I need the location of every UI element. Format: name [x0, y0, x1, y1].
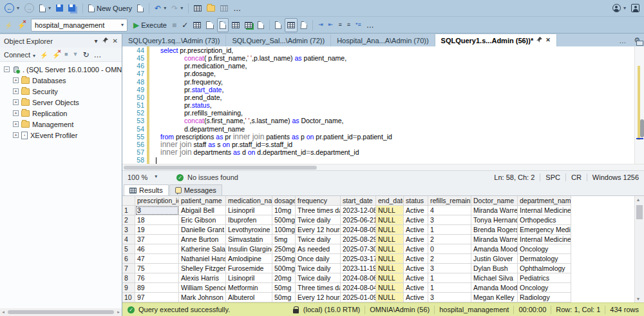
- grid-cell[interactable]: William Spencer: [179, 283, 226, 293]
- grid-cell[interactable]: 1: [428, 273, 471, 283]
- tree-item-security[interactable]: +Security: [0, 86, 122, 97]
- oe-stop-icon[interactable]: ■: [64, 52, 68, 57]
- code-line-57[interactable]: inner join departments as d on d.departm…: [152, 148, 634, 156]
- change-connection-button[interactable]: [15, 18, 27, 32]
- grid-cell[interactable]: Every 12 hours: [296, 293, 341, 302]
- tab-messages[interactable]: Messages: [169, 184, 222, 195]
- grid-cell[interactable]: Amanda Moody: [471, 283, 518, 293]
- editor-hscrollbar[interactable]: [122, 164, 644, 170]
- grid-cell[interactable]: As needed: [296, 244, 341, 254]
- grid-cell[interactable]: 100mg: [272, 225, 296, 235]
- grid-cell[interactable]: Twice daily: [296, 215, 341, 225]
- grid-cell[interactable]: 75: [135, 264, 179, 273]
- split-editor-handle[interactable]: [636, 41, 643, 46]
- grid-cell[interactable]: Internal Medicine: [518, 206, 571, 215]
- oe-disconnect-icon[interactable]: [52, 51, 60, 59]
- grid-cell[interactable]: Active: [404, 225, 428, 235]
- code-line-44[interactable]: select pr.prescription_id,: [152, 46, 634, 54]
- grid-cell[interactable]: 6: [122, 254, 135, 264]
- grid-cell[interactable]: Three times daily: [296, 206, 341, 215]
- results-grid[interactable]: prescription_idpatient_namemedication_na…: [122, 196, 634, 302]
- results-vscrollbar[interactable]: ▲ ▼: [634, 196, 644, 302]
- save-all-button[interactable]: [66, 1, 79, 15]
- column-header[interactable]: Doctor_name: [471, 196, 518, 206]
- scroll-up-icon[interactable]: ▲: [635, 197, 641, 202]
- feedback-button[interactable]: ▾: [611, 1, 628, 15]
- save-button[interactable]: [54, 1, 65, 15]
- grid-cell[interactable]: Active: [404, 283, 428, 293]
- sql-editor[interactable]: 444546474849505152535455565758 select pr…: [122, 46, 644, 164]
- grid-cell[interactable]: 2: [122, 215, 135, 225]
- grid-cell[interactable]: Active: [404, 244, 428, 254]
- close-icon[interactable]: ✕: [113, 38, 118, 44]
- grid-cell[interactable]: 37: [135, 235, 179, 244]
- column-header[interactable]: status: [404, 196, 428, 206]
- grid-cell[interactable]: Katherine Salas: [179, 244, 226, 254]
- tree-item-server-objects[interactable]: +Server Objects: [0, 97, 122, 108]
- grid-cell[interactable]: Alexis Harris: [179, 273, 226, 283]
- grid-cell[interactable]: 4: [122, 235, 135, 244]
- grid-cell[interactable]: Simvastatin: [226, 235, 272, 244]
- hscroll-thumb[interactable]: [8, 310, 114, 314]
- grid-cell[interactable]: 18: [135, 215, 179, 225]
- grid-cell[interactable]: Lisinopril: [226, 206, 272, 215]
- pin-icon[interactable]: [102, 37, 108, 44]
- code-line-50[interactable]: pr.end_date,: [152, 94, 634, 101]
- grid-cell[interactable]: Albuterol: [226, 293, 272, 302]
- grid-cell[interactable]: Levothyroxine: [226, 225, 272, 235]
- expand-icon[interactable]: +: [13, 99, 19, 105]
- grid-cell[interactable]: 50mg: [272, 293, 296, 302]
- grid-cell[interactable]: 5mg: [272, 235, 296, 244]
- grid-cell[interactable]: Every 12 hours: [296, 225, 341, 235]
- uncomment-button[interactable]: ⇤: [327, 18, 336, 32]
- navigate-forward-button[interactable]: →: [23, 1, 36, 15]
- tree-item-replication[interactable]: +Replication: [0, 108, 122, 119]
- grid-cell[interactable]: Active: [404, 264, 428, 273]
- grid-cell[interactable]: Dylan Bush: [471, 264, 518, 273]
- grid-cell[interactable]: 1: [428, 283, 471, 293]
- grid-cell[interactable]: Ophthalmology: [518, 264, 571, 273]
- grid-cell[interactable]: Active: [404, 206, 428, 215]
- code-line-52[interactable]: pr.refills_remaining,: [152, 109, 634, 117]
- grid-cell[interactable]: Dermatology: [518, 254, 571, 264]
- code-line-58[interactable]: [152, 156, 634, 164]
- tree-item-management[interactable]: +Management: [0, 119, 122, 130]
- object-search-button[interactable]: [205, 1, 217, 15]
- grid-cell[interactable]: NULL: [376, 254, 404, 264]
- decrease-indent-button[interactable]: ≡: [336, 18, 343, 32]
- oe-refresh-icon[interactable]: ↻: [82, 51, 89, 59]
- grid-cell[interactable]: 500mg: [272, 215, 296, 225]
- code-line-46[interactable]: pr.medication_name,: [152, 62, 634, 70]
- grid-cell[interactable]: Furosemide: [226, 264, 272, 273]
- grid-cell[interactable]: Miranda Warren: [471, 235, 518, 244]
- grid-cell[interactable]: 46: [135, 244, 179, 254]
- document-tab-2[interactable]: SQLQuery_Sal...\Admin (72)): [226, 34, 331, 46]
- server-node[interactable]: − . (SQL Server 16.0.1000 - OMNIA\Admin): [0, 64, 122, 75]
- expand-icon[interactable]: +: [13, 77, 19, 83]
- grid-cell[interactable]: Nathaniel Hansen: [179, 254, 226, 264]
- grid-cell[interactable]: 8: [122, 273, 135, 283]
- panel-menu-icon[interactable]: ▾: [95, 38, 98, 44]
- scroll-down-icon[interactable]: ▼: [635, 297, 641, 301]
- column-header[interactable]: prescription_id: [135, 196, 179, 206]
- column-header[interactable]: end_date: [376, 196, 404, 206]
- comment-button[interactable]: ⇥: [316, 18, 325, 32]
- increase-indent-button[interactable]: ≡: [345, 18, 352, 32]
- code-line-53[interactable]: concat(s.first_name,' ',s.last_name) as …: [152, 117, 634, 124]
- results-to-text-button[interactable]: [273, 18, 283, 32]
- line-ending[interactable]: CR: [571, 173, 582, 181]
- new-query-button[interactable]: New Query: [86, 1, 134, 15]
- grid-cell[interactable]: 3: [428, 293, 471, 302]
- code-lines[interactable]: select pr.prescription_id,concat( p.firs…: [152, 46, 634, 164]
- code-line-51[interactable]: pr.status,: [152, 101, 634, 109]
- grid-cell[interactable]: 10mg: [272, 206, 296, 215]
- grid-cell[interactable]: 3: [135, 206, 179, 215]
- grid-cell[interactable]: Twice daily: [296, 235, 341, 244]
- grid-cell[interactable]: Twice daily: [296, 264, 341, 273]
- grid-cell[interactable]: Radiology: [518, 293, 571, 302]
- intellisense-toggle[interactable]: [217, 18, 229, 32]
- grid-cell[interactable]: 1: [428, 225, 471, 235]
- code-line-49[interactable]: pr.start_date,: [152, 86, 634, 94]
- open-file-button[interactable]: [135, 1, 146, 15]
- grid-cell[interactable]: 2025-07-30: [341, 244, 376, 254]
